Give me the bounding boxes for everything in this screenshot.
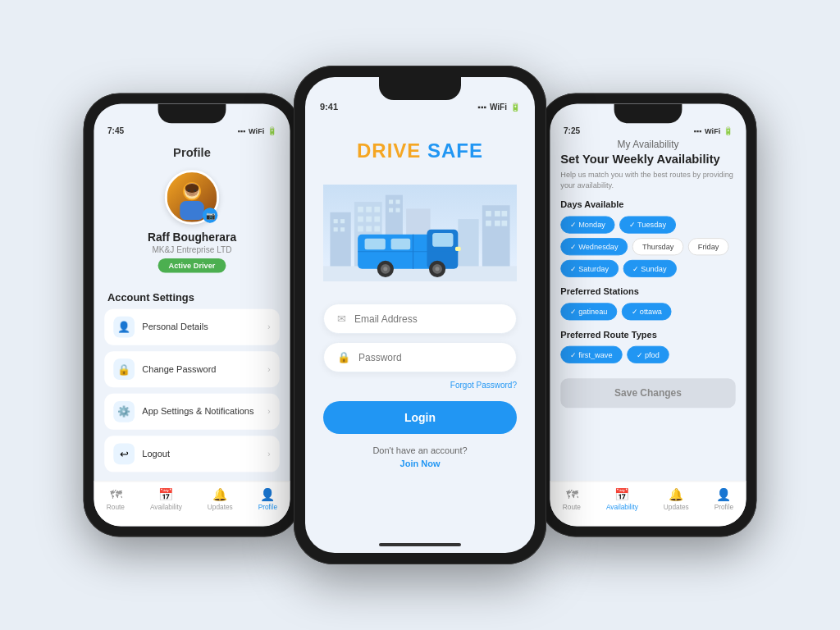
nav-route[interactable]: 🗺 Route (563, 488, 581, 511)
battery-icon: 🔋 (267, 126, 276, 135)
nav-profile[interactable]: 👤 Profile (714, 488, 733, 512)
app-logo: DRIVE SAFE (357, 139, 483, 162)
nav-availability[interactable]: 📅 Availability (150, 488, 182, 512)
avatar-section: 📷 Raff Bougherara MK&J Entreprise LTD Ac… (94, 170, 290, 272)
nav-updates-label: Updates (208, 504, 233, 511)
svg-rect-9 (334, 219, 338, 223)
settings-list: 👤 Personal Details › 🔒 Change Password ›… (94, 309, 290, 472)
bottom-nav: 🗺 Route 📅 Availability 🔔 Updates 👤 Profi… (94, 481, 290, 526)
email-input[interactable] (354, 313, 503, 325)
login-button[interactable]: Login (323, 401, 517, 434)
svg-rect-19 (374, 217, 380, 222)
svg-rect-17 (358, 217, 363, 222)
updates-icon: 🔔 (669, 488, 683, 502)
svg-rect-40 (432, 233, 453, 247)
app-settings-item[interactable]: ⚙️ App Settings & Notifications › (104, 394, 279, 430)
save-changes-button[interactable]: Save Changes (560, 378, 735, 408)
svg-rect-14 (358, 207, 363, 212)
stations-tags: gatineau ottawa (560, 303, 735, 320)
personal-details-item[interactable]: 👤 Personal Details › (104, 309, 279, 345)
change-password-item[interactable]: 🔒 Change Password › (104, 351, 279, 387)
svg-rect-15 (366, 207, 372, 212)
svg-rect-8 (330, 212, 350, 267)
svg-rect-24 (389, 200, 393, 204)
station-ottawa[interactable]: ottawa (622, 303, 672, 320)
status-time: 7:45 (107, 126, 124, 135)
svg-rect-43 (365, 239, 386, 249)
profile-content: Profile (94, 146, 290, 527)
email-icon: ✉ (337, 313, 346, 325)
svg-rect-33 (501, 211, 507, 217)
svg-rect-20 (358, 226, 363, 232)
home-indicator (379, 543, 461, 546)
availability-icon: 📅 (158, 488, 173, 502)
nav-availability[interactable]: 📅 Availability (606, 488, 638, 512)
nav-profile-label: Profile (714, 504, 733, 511)
nav-profile-label: Profile (258, 504, 277, 511)
status-icons: ▪▪▪ WiFi 🔋 (477, 103, 520, 112)
logout-icon: ↩ (113, 443, 135, 464)
chevron-icon: › (267, 406, 271, 417)
status-time: 9:41 (320, 102, 338, 112)
day-sunday[interactable]: Sunday (623, 260, 676, 277)
password-input[interactable] (358, 352, 503, 363)
notch (158, 103, 226, 123)
login-screen: 9:41 ▪▪▪ WiFi 🔋 DRIVE SAFE (305, 77, 535, 553)
day-friday[interactable]: Friday (688, 238, 728, 255)
logo-safe: SAFE (427, 139, 483, 162)
svg-point-47 (383, 267, 387, 271)
profile-icon: 👤 (260, 488, 275, 502)
svg-rect-35 (495, 221, 500, 226)
status-icons: ▪▪▪ WiFi 🔋 (694, 126, 733, 135)
svg-rect-25 (396, 200, 400, 204)
lock-icon: 🔒 (113, 358, 135, 380)
svg-rect-2 (180, 201, 203, 220)
wifi-icon: WiFi (249, 126, 264, 135)
day-tuesday[interactable]: Tuesday (619, 216, 676, 233)
route-pfod[interactable]: pfod (627, 346, 669, 363)
svg-rect-32 (495, 211, 500, 217)
nav-route-label: Route (107, 504, 125, 511)
svg-point-50 (436, 267, 440, 271)
camera-icon[interactable]: 📷 (203, 208, 217, 222)
logout-label: Logout (142, 449, 267, 459)
svg-rect-36 (501, 221, 507, 226)
logout-item[interactable]: ↩ Logout › (104, 436, 279, 472)
battery-icon: 🔋 (724, 126, 733, 135)
nav-profile[interactable]: 👤 Profile (258, 488, 277, 512)
forgot-password-link[interactable]: Forgot Password? (450, 381, 517, 390)
day-monday[interactable]: Monday (560, 216, 615, 233)
avatar-wrap: 📷 (165, 170, 219, 224)
phone-availability: 7:25 ▪▪▪ WiFi 🔋 My Availability Set Your… (540, 94, 757, 537)
availability-subtext: Help us match you with the best routes b… (560, 169, 735, 190)
svg-rect-44 (391, 239, 411, 249)
battery-icon: 🔋 (510, 103, 520, 112)
nav-route[interactable]: 🗺 Route (107, 488, 125, 511)
gear-icon: ⚙️ (113, 401, 135, 422)
lock-icon: 🔒 (337, 351, 350, 363)
nav-updates[interactable]: 🔔 Updates (664, 488, 689, 512)
login-content: DRIVE SAFE (305, 115, 535, 534)
station-gatineau[interactable]: gatineau (560, 303, 617, 320)
svg-rect-22 (374, 226, 380, 232)
day-thursday[interactable]: Thursday (632, 238, 683, 255)
day-wednesday[interactable]: Wednesday (560, 238, 628, 255)
availability-screen: 7:25 ▪▪▪ WiFi 🔋 My Availability Set Your… (550, 103, 746, 526)
day-saturday[interactable]: Saturday (560, 260, 619, 277)
svg-rect-29 (458, 219, 478, 267)
route-types-section-label: Preferred Route Types (560, 329, 735, 340)
profile-screen: 7:45 ▪▪▪ WiFi 🔋 Profile (94, 103, 290, 526)
email-input-wrap: ✉ (323, 304, 517, 334)
password-input-wrap: 🔒 (323, 342, 517, 372)
availability-heading: Set Your Weekly Availability (560, 153, 735, 167)
route-first-wave[interactable]: first_wave (560, 346, 622, 363)
join-now-link[interactable]: Join Now (400, 459, 441, 468)
profile-title: Profile (94, 146, 290, 160)
change-password-label: Change Password (142, 364, 267, 375)
nav-route-label: Route (563, 504, 581, 511)
svg-rect-51 (455, 247, 461, 251)
status-icons: ▪▪▪ WiFi 🔋 (238, 126, 277, 135)
nav-updates[interactable]: 🔔 Updates (208, 488, 233, 512)
status-time: 7:25 (564, 126, 580, 135)
no-account-text: Don't have an account? (372, 445, 467, 455)
